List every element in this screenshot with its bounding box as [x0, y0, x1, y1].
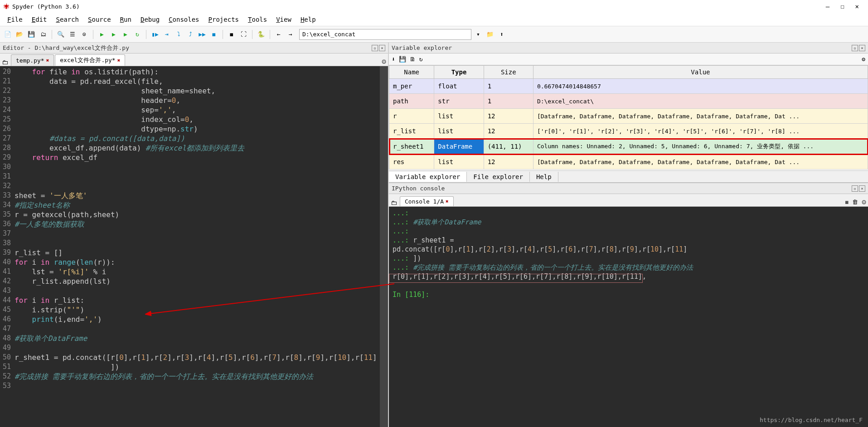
menu-debug[interactable]: Debug: [136, 14, 164, 25]
ve-title: Variable explorer: [392, 44, 452, 51]
ve-options-icon[interactable]: ⚙: [862, 56, 865, 63]
browse-consoles-icon[interactable]: 🗀: [391, 199, 397, 206]
editor-scrollbar[interactable]: [380, 66, 388, 427]
python-path-icon[interactable]: 🐍: [256, 29, 266, 39]
ve-tab-variable-explorer[interactable]: Variable explorer: [389, 172, 467, 182]
comment-icon[interactable]: ⊙: [79, 29, 89, 39]
ve-header-name[interactable]: Name: [389, 66, 434, 79]
console-stop-icon[interactable]: ◼: [845, 199, 849, 205]
step-out-icon[interactable]: ⤴: [185, 29, 195, 39]
console-tab[interactable]: Console 1/A ✖: [400, 196, 454, 206]
tab-label: excel文件合并.py*: [60, 56, 115, 64]
window-controls: — ☐ ✕: [826, 3, 868, 10]
editor-options-icon[interactable]: ⚙: [382, 57, 386, 66]
open-file-icon[interactable]: 📂: [15, 29, 24, 39]
editor-pane-header: Editor - D:\hard_way\excel文件合并.py ▫ ×: [0, 43, 388, 53]
watermark-text: https://blog.csdn.net/heart_F: [760, 417, 863, 423]
workdir-input[interactable]: [299, 29, 471, 40]
console-tab-label: Console 1/A: [405, 198, 444, 205]
variable-explorer-header: Variable explorer ▫ ×: [389, 43, 868, 53]
variable-row[interactable]: pathstr1D:\excel_concat\: [389, 94, 868, 109]
variable-row[interactable]: rlist12[Dataframe, Dataframe, Dataframe,…: [389, 109, 868, 124]
tab-close-icon[interactable]: ✖: [46, 58, 49, 63]
ve-toolbar: ⬇ 💾 🗎 ↻ ⚙: [389, 53, 868, 65]
debug-icon[interactable]: ▮▶: [150, 29, 160, 39]
ve-header-type[interactable]: Type: [434, 66, 484, 79]
menu-file[interactable]: File: [3, 14, 27, 25]
menu-edit[interactable]: Edit: [27, 14, 52, 25]
run-icon[interactable]: ▶: [97, 29, 107, 39]
menu-bar: FileEditSearchSourceRunDebugConsolesProj…: [0, 13, 868, 26]
menu-help[interactable]: Help: [296, 14, 320, 25]
console-undock-icon[interactable]: ▫: [852, 185, 858, 192]
ve-tab-help[interactable]: Help: [530, 172, 558, 182]
new-file-icon[interactable]: 📄: [3, 29, 13, 39]
variable-row[interactable]: m_perfloat10.6670474014848657: [389, 79, 868, 94]
ve-tab-file-explorer[interactable]: File explorer: [467, 172, 530, 182]
variable-row[interactable]: r_listlist12['r[0]', 'r[1]', 'r[2]', 'r[…: [389, 124, 868, 139]
menu-consoles[interactable]: Consoles: [164, 14, 204, 25]
menu-source[interactable]: Source: [83, 14, 116, 25]
editor-tab[interactable]: temp.py*✖: [11, 54, 54, 66]
save-data-as-icon[interactable]: 🗎: [410, 56, 416, 63]
maximize-pane-icon[interactable]: ⛶: [238, 29, 248, 39]
ve-close-icon[interactable]: ×: [859, 45, 865, 51]
editor-tabbar: 🗀 temp.py*✖excel文件合并.py*✖ ⚙: [0, 53, 388, 66]
menu-view[interactable]: View: [272, 14, 296, 25]
step-in-icon[interactable]: ⤵: [174, 29, 184, 39]
ve-undock-icon[interactable]: ▫: [852, 45, 858, 51]
run-selection-icon[interactable]: ▶: [121, 29, 131, 39]
ve-tab-strip: Variable explorerFile explorerHelp: [389, 170, 868, 182]
console-clear-icon[interactable]: 🗑: [852, 199, 858, 205]
menu-tools[interactable]: Tools: [243, 14, 272, 25]
minimize-button[interactable]: —: [826, 3, 829, 10]
maximize-button[interactable]: ☐: [840, 3, 844, 10]
ipython-console[interactable]: ...: ...: #获取单个DataFrame ...: ...: r_she…: [389, 207, 868, 427]
editor-path-label: Editor - D:\hard_way\excel文件合并.py: [3, 44, 129, 52]
workdir-dropdown-icon[interactable]: ▾: [473, 29, 483, 39]
window-title: Spyder (Python 3.6): [12, 3, 80, 10]
console-tabbar: 🗀 Console 1/A ✖ ◼ 🗑 ⚙: [389, 194, 868, 207]
variable-row[interactable]: r_sheet1DataFrame(411, 11)Column names: …: [389, 139, 868, 155]
console-close-pane-icon[interactable]: ×: [859, 185, 865, 192]
import-data-icon[interactable]: ⬇: [392, 56, 395, 63]
menu-projects[interactable]: Projects: [204, 14, 243, 25]
ve-header-value[interactable]: Value: [533, 66, 868, 79]
variable-table[interactable]: NameTypeSizeValuem_perfloat10.6670474014…: [389, 65, 868, 170]
run-again-icon[interactable]: ↻: [132, 29, 142, 39]
tab-label: temp.py*: [16, 57, 44, 64]
browse-dir-icon[interactable]: 📁: [485, 29, 495, 39]
menu-search[interactable]: Search: [51, 14, 83, 25]
ve-header-size[interactable]: Size: [484, 66, 533, 79]
refresh-icon[interactable]: ↻: [419, 56, 423, 63]
save-data-icon[interactable]: 💾: [399, 56, 406, 63]
console-title: IPython console: [392, 185, 445, 192]
console-options-icon[interactable]: ⚙: [862, 198, 866, 206]
main-toolbar: 📄 📂 💾 🗂 🔍 ☰ ⊙ ▶ ▶ ▶ ↻ ▮▶ ⇥ ⤵ ⤴ ▶▶ ◼ ◼ ⛶ …: [0, 26, 868, 43]
console-tab-close-icon[interactable]: ✖: [446, 199, 449, 204]
undock-icon[interactable]: ▫: [372, 45, 378, 51]
code-editor[interactable]: 2021222324252627282930313233343536373839…: [0, 66, 388, 427]
close-button[interactable]: ✕: [855, 3, 859, 10]
console-pane-header: IPython console ▫ ×: [389, 183, 868, 194]
title-bar: 🕷 Spyder (Python 3.6) — ☐ ✕: [0, 0, 868, 13]
tab-close-icon[interactable]: ✖: [117, 58, 121, 63]
spyder-logo-icon: 🕷: [4, 3, 10, 10]
search-icon[interactable]: 🔍: [56, 29, 66, 39]
stop-debug-icon[interactable]: ◼: [209, 29, 219, 39]
continue-icon[interactable]: ▶▶: [197, 29, 207, 39]
stop-icon[interactable]: ◼: [227, 29, 237, 39]
list-icon[interactable]: ☰: [68, 29, 78, 39]
browse-tabs-icon[interactable]: 🗀: [2, 58, 8, 66]
save-all-icon[interactable]: 🗂: [38, 29, 48, 39]
forward-icon[interactable]: →: [286, 29, 296, 39]
run-cell-icon[interactable]: ▶: [109, 29, 119, 39]
variable-row[interactable]: reslist12[Dataframe, Dataframe, Datafram…: [389, 155, 868, 170]
menu-run[interactable]: Run: [116, 14, 136, 25]
back-icon[interactable]: ←: [274, 29, 284, 39]
save-icon[interactable]: 💾: [26, 29, 36, 39]
editor-tab[interactable]: excel文件合并.py*✖: [55, 54, 125, 66]
step-icon[interactable]: ⇥: [162, 29, 172, 39]
parent-dir-icon[interactable]: ⬆: [497, 29, 507, 39]
close-pane-icon[interactable]: ×: [379, 45, 385, 51]
